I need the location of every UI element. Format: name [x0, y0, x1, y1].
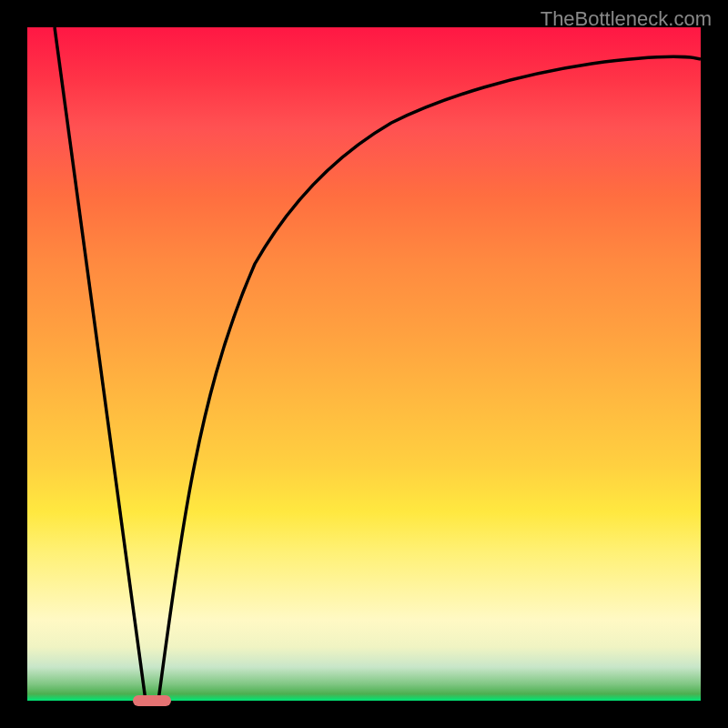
left-line-path [55, 27, 146, 701]
watermark-text: TheBottleneck.com [541, 7, 712, 31]
minimum-marker [133, 695, 171, 706]
right-curve-path [158, 56, 701, 701]
chart-plot-area [27, 27, 701, 701]
chart-curves [27, 27, 701, 701]
